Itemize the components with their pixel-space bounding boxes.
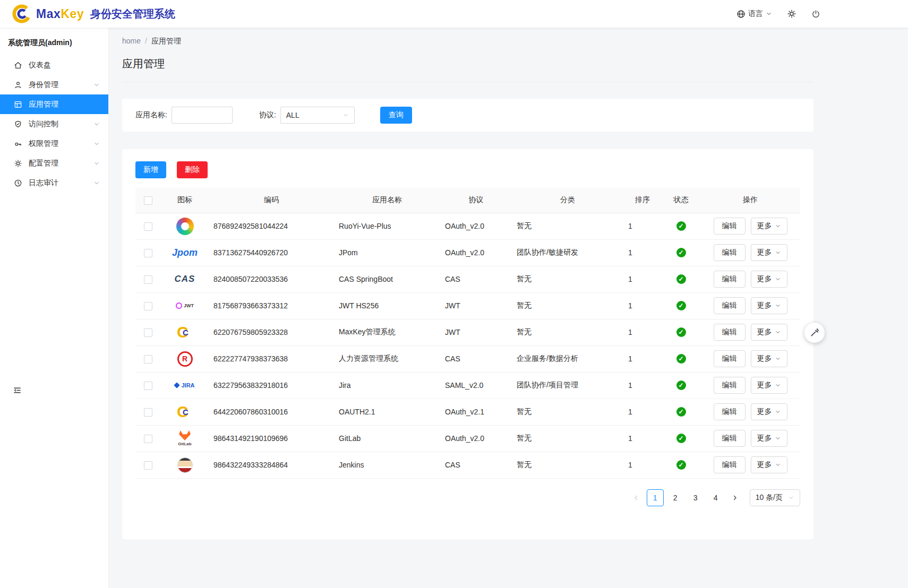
delete-button[interactable]: 删除 <box>177 161 208 178</box>
app-protocol: OAuth_v2.0 <box>445 222 484 230</box>
table-row: JIRA632279563832918016JiraSAML_v2.0团队协作/… <box>135 372 800 399</box>
maxkey-app-icon: CC <box>169 321 201 343</box>
jenkins-app-icon <box>169 454 201 476</box>
logout-button[interactable] <box>811 10 820 19</box>
sidebar-item-config[interactable]: 配置管理 <box>0 153 108 173</box>
more-button-label: 更多 <box>757 221 772 231</box>
app-protocol: OAuth_v2.0 <box>445 248 484 257</box>
search-button[interactable]: 查询 <box>380 107 412 124</box>
protocol-select[interactable]: ALL <box>280 107 355 124</box>
app-name: 人力资源管理系统 <box>339 354 398 362</box>
more-button[interactable]: 更多 <box>751 403 787 420</box>
chevron-down-icon <box>775 276 781 282</box>
main-content: home/应用管理 应用管理 应用名称: 协议: ALL 查询 新增 删除 <box>109 28 827 539</box>
app-sort: 1 <box>628 222 632 230</box>
app-category: 团队协作/项目管理 <box>517 381 578 389</box>
app-category: 团队协作/敏捷研发 <box>517 248 578 256</box>
app-category: 暂无 <box>517 221 532 230</box>
app-name: GitLab <box>339 434 361 443</box>
sidebar-item-label: 配置管理 <box>29 159 58 168</box>
sidebar-item-audit[interactable]: 日志审计 <box>0 173 108 193</box>
magic-wand-icon <box>809 327 820 338</box>
row-checkbox[interactable] <box>144 382 152 390</box>
edit-button[interactable]: 编辑 <box>714 271 746 288</box>
filter-card: 应用名称: 协议: ALL 查询 <box>122 99 813 132</box>
more-button-label: 更多 <box>757 381 772 390</box>
row-checkbox[interactable] <box>144 408 152 417</box>
edit-button[interactable]: 编辑 <box>714 403 746 420</box>
table-row: Jpom837136275440926720JPomOAuth_v2.0团队协作… <box>135 239 800 266</box>
language-selector[interactable]: 语言 <box>736 9 772 19</box>
chevron-down-icon <box>775 249 781 256</box>
row-checkbox[interactable] <box>144 249 152 257</box>
next-page-button[interactable] <box>727 489 742 506</box>
status-active-icon: ✓ <box>676 434 686 443</box>
edit-button[interactable]: 编辑 <box>714 430 746 447</box>
more-button[interactable]: 更多 <box>751 456 787 473</box>
more-button[interactable]: 更多 <box>751 297 787 314</box>
brand-name: MaxKey <box>36 7 84 21</box>
jwt-app-icon: JWT <box>169 295 201 317</box>
edit-button[interactable]: 编辑 <box>714 350 746 367</box>
edit-button[interactable]: 编辑 <box>714 244 746 261</box>
app-sort: 1 <box>628 248 632 257</box>
page-button-1[interactable]: 1 <box>647 489 664 506</box>
row-checkbox[interactable] <box>144 435 152 443</box>
app-sort: 1 <box>628 381 632 390</box>
page-button-2[interactable]: 2 <box>667 489 684 506</box>
sidebar-item-access[interactable]: 访问控制 <box>0 114 108 134</box>
jpom-app-icon: Jpom <box>169 241 201 264</box>
row-checkbox[interactable] <box>144 222 152 231</box>
more-button[interactable]: 更多 <box>751 324 787 341</box>
app-category: 暂无 <box>517 301 532 309</box>
select-all-checkbox[interactable] <box>144 196 152 205</box>
user-icon <box>14 81 22 89</box>
chevron-down-icon <box>342 112 349 118</box>
sidebar-item-permissions[interactable]: 权限管理 <box>0 134 108 153</box>
status-active-icon: ✓ <box>676 460 686 470</box>
edit-button[interactable]: 编辑 <box>714 377 746 394</box>
table-row: 986432249333284864JenkinsCAS暂无1✓编辑更多 <box>135 452 800 478</box>
sidebar-item-identity[interactable]: 身份管理 <box>0 75 108 94</box>
page-button-3[interactable]: 3 <box>687 489 704 506</box>
status-active-icon: ✓ <box>676 381 686 390</box>
row-checkbox[interactable] <box>144 275 152 284</box>
pagination: 1234 10 条/页 <box>135 489 800 506</box>
row-checkbox[interactable] <box>144 461 152 470</box>
edit-button[interactable]: 编辑 <box>714 218 746 235</box>
more-button[interactable]: 更多 <box>751 377 787 394</box>
table-row: CAS824008507220033536CAS SpringBootCAS暂无… <box>135 266 800 292</box>
hr-app-icon: R <box>169 348 201 370</box>
sidebar-item-label: 应用管理 <box>29 100 58 109</box>
page-size-select[interactable]: 10 条/页 <box>750 489 800 506</box>
prev-page-button[interactable] <box>629 489 644 506</box>
theme-tool-button[interactable] <box>804 323 825 343</box>
more-button[interactable]: 更多 <box>751 218 787 235</box>
sidebar-item-apps[interactable]: 应用管理 <box>0 94 108 114</box>
row-checkbox[interactable] <box>144 355 152 364</box>
page-button-4[interactable]: 4 <box>707 489 724 506</box>
edit-button[interactable]: 编辑 <box>714 297 746 314</box>
gear-icon <box>14 159 22 168</box>
more-button[interactable]: 更多 <box>751 350 787 367</box>
more-button[interactable]: 更多 <box>751 271 787 288</box>
language-label: 语言 <box>748 9 763 19</box>
more-button[interactable]: 更多 <box>751 244 787 261</box>
row-checkbox[interactable] <box>144 302 152 310</box>
table-row: JWT817568793663373312JWT HS256JWT暂无1✓编辑更… <box>135 292 800 319</box>
edit-button[interactable]: 编辑 <box>714 324 746 341</box>
sidebar-collapse-button[interactable] <box>13 386 22 395</box>
breadcrumb-home-link[interactable]: home <box>122 37 141 45</box>
add-button[interactable]: 新增 <box>135 161 166 178</box>
app-icon <box>14 100 22 109</box>
column-header: 操作 <box>700 188 800 213</box>
more-button[interactable]: 更多 <box>751 430 787 447</box>
app-name-input[interactable] <box>172 107 233 124</box>
sidebar: 系统管理员(admin) 仪表盘身份管理应用管理访问控制权限管理配置管理日志审计 <box>0 28 109 588</box>
edit-button[interactable]: 编辑 <box>714 456 746 473</box>
table-row: 876892492581044224RuoYi-Vue-PlusOAuth_v2… <box>135 213 800 239</box>
row-checkbox[interactable] <box>144 328 152 337</box>
chevron-down-icon <box>93 82 100 88</box>
sidebar-item-dashboard[interactable]: 仪表盘 <box>0 55 108 75</box>
settings-gear-button[interactable] <box>787 9 796 19</box>
